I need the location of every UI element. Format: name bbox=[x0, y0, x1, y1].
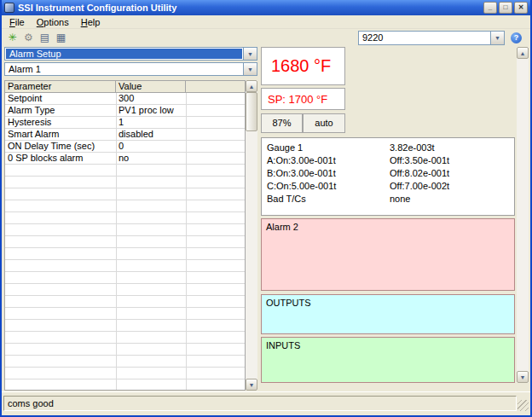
param-cell: 0 SP blocks alarm bbox=[5, 153, 116, 164]
table-row[interactable]: 0 SP blocks alarm no bbox=[5, 153, 245, 165]
gauge-row: C:On:5.00e-001t Off:7.00e-002t bbox=[262, 180, 514, 193]
gauge-row: B:On:3.00e-001t Off:8.02e-001t bbox=[262, 167, 514, 180]
table-row[interactable]: Hysteresis 1 bbox=[5, 117, 245, 129]
chevron-down-icon[interactable]: ▼ bbox=[243, 48, 257, 60]
device-select[interactable]: 9220 ▼ bbox=[358, 31, 505, 45]
connect-icon[interactable]: ✳ bbox=[5, 30, 20, 44]
toolbar-icons: ✳ ⚙ ▤ ▦ bbox=[5, 30, 68, 44]
value-cell[interactable]: 300 bbox=[116, 93, 186, 104]
chevron-down-icon[interactable]: ▼ bbox=[490, 32, 504, 44]
gauge-value: none bbox=[390, 193, 410, 206]
gauge-value: Off:3.50e-001t bbox=[390, 154, 449, 167]
empty-grid-rows bbox=[5, 165, 245, 390]
alarm-select-value: Alarm 1 bbox=[5, 63, 243, 75]
app-window: SSI Instrument Configuration Utility _ □… bbox=[0, 0, 532, 417]
chevron-down-icon[interactable]: ▼ bbox=[243, 63, 257, 75]
scroll-down-icon[interactable]: ▼ bbox=[246, 379, 257, 391]
gauge-label: B:On:3.00e-001t bbox=[262, 168, 336, 178]
output-percent-display: 87% bbox=[261, 113, 303, 133]
resize-grip[interactable] bbox=[518, 400, 529, 411]
gauge-row: Bad T/Cs none bbox=[262, 193, 514, 206]
window-title: SSI Instrument Configuration Utility bbox=[18, 3, 483, 13]
status-message: coms good bbox=[3, 396, 517, 411]
param-cell: Setpoint bbox=[5, 93, 116, 104]
alarm-select[interactable]: Alarm 1 ▼ bbox=[4, 62, 257, 76]
gauge-status-panel: Gauge 1 3.82e-003t A:On:3.00e-001t Off:3… bbox=[261, 137, 515, 216]
menu-help[interactable]: Help bbox=[75, 16, 107, 28]
alarm2-panel[interactable]: Alarm 2 bbox=[261, 218, 515, 291]
param-cell: Hysteresis bbox=[5, 117, 116, 128]
param-cell: Smart Alarm bbox=[5, 129, 116, 140]
left-scrollbar[interactable]: ▲ ▼ bbox=[246, 80, 257, 391]
scroll-down-icon[interactable]: ▼ bbox=[517, 371, 529, 383]
help-icon[interactable]: ? bbox=[511, 32, 522, 43]
param-cell: ON Delay Time (sec) bbox=[5, 141, 116, 152]
value-cell[interactable]: 1 bbox=[116, 117, 186, 128]
value-cell[interactable]: disabled bbox=[116, 129, 186, 140]
gear-icon[interactable]: ⚙ bbox=[21, 30, 36, 44]
scroll-up-icon[interactable]: ▲ bbox=[246, 80, 257, 92]
column-divider bbox=[116, 93, 117, 390]
column-header-value: Value bbox=[116, 81, 186, 92]
gauge-value: 3.82e-003t bbox=[390, 142, 435, 154]
menubar: File Options Help bbox=[2, 15, 530, 29]
table-body: Setpoint 300 Alarm Type PV1 proc low Hys… bbox=[5, 93, 245, 390]
column-header-parameter: Parameter bbox=[5, 81, 116, 92]
column-header-spacer bbox=[186, 81, 245, 92]
param-cell: Alarm Type bbox=[5, 105, 116, 116]
inputs-label: INPUTS bbox=[266, 340, 300, 350]
process-value-display: 1680 °F bbox=[261, 47, 345, 85]
menu-file[interactable]: File bbox=[3, 16, 31, 28]
gauge-value: Off:7.00e-002t bbox=[390, 180, 449, 193]
table-header: Parameter Value bbox=[5, 81, 245, 93]
window-controls: _ □ ✕ bbox=[483, 2, 528, 14]
inputs-panel[interactable]: INPUTS bbox=[261, 337, 515, 383]
print-icon[interactable]: ▤ bbox=[38, 30, 52, 44]
app-icon bbox=[4, 3, 14, 13]
gauge-label: C:On:5.00e-001t bbox=[262, 181, 336, 191]
close-button[interactable]: ✕ bbox=[514, 2, 528, 14]
minimize-button[interactable]: _ bbox=[483, 2, 497, 14]
right-scrollbar[interactable]: ▲ ▼ bbox=[517, 47, 529, 383]
table-row[interactable]: Smart Alarm disabled bbox=[5, 129, 245, 141]
table-row[interactable]: ON Delay Time (sec) 0 bbox=[5, 141, 245, 153]
table-row[interactable]: Alarm Type PV1 proc low bbox=[5, 105, 245, 117]
mode-toggle[interactable]: auto bbox=[303, 113, 345, 133]
alarm2-label: Alarm 2 bbox=[266, 222, 298, 232]
statusbar: coms good bbox=[2, 391, 530, 414]
setup-category-value: Alarm Setup bbox=[6, 49, 242, 59]
gauge-label: Bad T/Cs bbox=[262, 194, 306, 204]
gauge-row: Gauge 1 3.82e-003t bbox=[262, 142, 514, 154]
value-cell[interactable]: no bbox=[116, 153, 186, 164]
menu-options[interactable]: Options bbox=[31, 16, 75, 28]
parameter-table: Parameter Value Setpoint 300 Alarm Type … bbox=[4, 80, 246, 391]
scrollbar-thumb[interactable] bbox=[246, 92, 257, 131]
gauge-label: Gauge 1 bbox=[262, 142, 303, 153]
maximize-button[interactable]: □ bbox=[499, 2, 512, 14]
scroll-up-icon[interactable]: ▲ bbox=[517, 47, 529, 59]
titlebar[interactable]: SSI Instrument Configuration Utility _ □… bbox=[2, 0, 530, 15]
setup-category-select[interactable]: Alarm Setup ▼ bbox=[4, 47, 257, 61]
device-select-value: 9220 bbox=[359, 32, 490, 44]
toolbar: ✳ ⚙ ▤ ▦ 9220 ▼ ? bbox=[2, 29, 530, 46]
gauge-label: A:On:3.00e-001t bbox=[262, 155, 336, 165]
outputs-panel[interactable]: OUTPUTS bbox=[261, 294, 515, 334]
gauge-value: Off:8.02e-001t bbox=[390, 167, 449, 180]
value-cell[interactable]: PV1 proc low bbox=[116, 105, 186, 116]
table-row[interactable]: Setpoint 300 bbox=[5, 93, 245, 105]
value-cell[interactable]: 0 bbox=[116, 141, 186, 152]
grid-icon[interactable]: ▦ bbox=[54, 30, 68, 44]
column-divider bbox=[186, 93, 187, 390]
outputs-label: OUTPUTS bbox=[266, 298, 311, 308]
gauge-row: A:On:3.00e-001t Off:3.50e-001t bbox=[262, 154, 514, 167]
setpoint-display: SP: 1700 °F bbox=[261, 88, 345, 110]
